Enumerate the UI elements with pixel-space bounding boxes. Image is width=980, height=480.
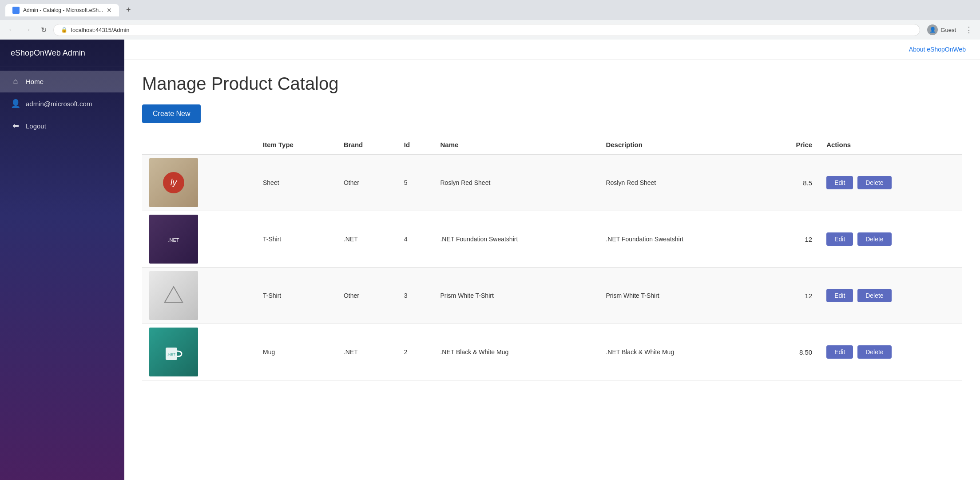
table-row: ly Sheet Other 5 Roslyn Red Sheet Roslyn…	[142, 154, 962, 211]
product-image: .NET	[149, 215, 198, 264]
product-image-cell: ly	[142, 154, 256, 211]
item-type-cell: Sheet	[256, 154, 337, 211]
svg-marker-3	[165, 287, 183, 302]
table-row: .NET Mug .NET 2 .NET Black & White Mug .…	[142, 324, 962, 380]
col-image	[142, 136, 256, 154]
description-cell: .NET Foundation Sweatshirt	[599, 211, 764, 268]
brand-cell: Other	[337, 154, 397, 211]
edit-button[interactable]: Edit	[826, 232, 853, 246]
lock-icon: 🔒	[61, 27, 67, 33]
price-cell: 8.50	[764, 324, 819, 380]
user-avatar: 👤	[927, 24, 938, 35]
product-image: .NET	[149, 328, 198, 376]
name-cell: Roslyn Red Sheet	[433, 154, 599, 211]
product-image	[149, 271, 198, 320]
page-title: Manage Product Catalog	[142, 74, 962, 94]
sidebar-nav: ⌂ Home 👤 admin@microsoft.com ⬅ Logout	[0, 67, 124, 140]
user-menu-button[interactable]: 👤 Guest	[924, 23, 960, 37]
actions-cell: Edit Delete	[819, 268, 962, 324]
sidebar-item-user-label: admin@microsoft.com	[26, 100, 92, 108]
browser-menu-button[interactable]: ⋮	[963, 23, 975, 36]
tab-close-button[interactable]: ✕	[107, 7, 112, 14]
address-text: localhost:44315/Admin	[71, 27, 130, 33]
actions-cell: Edit Delete	[819, 324, 962, 380]
main-content: About eShopOnWeb Manage Product Catalog …	[124, 40, 980, 480]
avatar-icon: 👤	[929, 27, 936, 33]
top-bar: About eShopOnWeb	[124, 40, 980, 60]
address-bar[interactable]: 🔒 localhost:44315/Admin	[53, 24, 920, 36]
col-item-type: Item Type	[256, 136, 337, 154]
tab-title: Admin - Catalog - Microsoft.eSh...	[23, 7, 103, 13]
actions-cell: Edit Delete	[819, 154, 962, 211]
col-actions: Actions	[819, 136, 962, 154]
back-icon: ←	[8, 26, 15, 34]
price-cell: 12	[764, 268, 819, 324]
actions-cell: Edit Delete	[819, 211, 962, 268]
price-cell: 12	[764, 211, 819, 268]
svg-text:.NET: .NET	[167, 352, 175, 356]
col-name: Name	[433, 136, 599, 154]
name-cell: .NET Black & White Mug	[433, 324, 599, 380]
edit-button[interactable]: Edit	[826, 289, 853, 302]
col-description: Description	[599, 136, 764, 154]
sidebar-item-user[interactable]: 👤 admin@microsoft.com	[0, 92, 124, 115]
col-brand: Brand	[337, 136, 397, 154]
product-image-cell	[142, 268, 256, 324]
svg-text:.NET: .NET	[168, 237, 179, 243]
home-icon: ⌂	[11, 77, 20, 86]
id-cell: 3	[397, 268, 433, 324]
id-cell: 4	[397, 211, 433, 268]
table-row: T-Shirt Other 3 Prism White T-Shirt Pris…	[142, 268, 962, 324]
forward-icon: →	[24, 26, 31, 34]
refresh-icon: ↻	[41, 26, 47, 34]
table-row: .NET T-Shirt .NET 4 .NET Foundation Swea…	[142, 211, 962, 268]
product-image: ly	[149, 158, 198, 207]
catalog-table: Item Type Brand Id Name Description Pric…	[142, 136, 962, 380]
delete-button[interactable]: Delete	[857, 289, 891, 302]
delete-button[interactable]: Delete	[857, 345, 891, 359]
product-image-cell: .NET	[142, 324, 256, 380]
item-type-cell: T-Shirt	[256, 211, 337, 268]
name-cell: Prism White T-Shirt	[433, 268, 599, 324]
sidebar-item-logout[interactable]: ⬅ Logout	[0, 115, 124, 137]
product-image-cell: .NET	[142, 211, 256, 268]
forward-button[interactable]: →	[21, 24, 34, 36]
description-cell: Roslyn Red Sheet	[599, 154, 764, 211]
logout-icon: ⬅	[11, 121, 20, 131]
back-button[interactable]: ←	[5, 24, 18, 36]
tab-favicon	[12, 7, 20, 14]
description-cell: Prism White T-Shirt	[599, 268, 764, 324]
name-cell: .NET Foundation Sweatshirt	[433, 211, 599, 268]
sidebar-item-home[interactable]: ⌂ Home	[0, 71, 124, 92]
delete-button[interactable]: Delete	[857, 232, 891, 246]
brand-cell: .NET	[337, 324, 397, 380]
browser-tab[interactable]: Admin - Catalog - Microsoft.eSh... ✕	[5, 4, 119, 16]
new-tab-button[interactable]: +	[123, 4, 135, 16]
price-cell: 8.5	[764, 154, 819, 211]
sidebar: eShopOnWeb Admin ⌂ Home 👤 admin@microsof…	[0, 40, 124, 480]
sidebar-item-logout-label: Logout	[26, 122, 46, 130]
delete-button[interactable]: Delete	[857, 176, 891, 189]
item-type-cell: T-Shirt	[256, 268, 337, 324]
brand-cell: Other	[337, 268, 397, 324]
id-cell: 2	[397, 324, 433, 380]
id-cell: 5	[397, 154, 433, 211]
content-area: Manage Product Catalog Create New Item T…	[124, 60, 980, 480]
item-type-cell: Mug	[256, 324, 337, 380]
brand-cell: .NET	[337, 211, 397, 268]
create-new-button[interactable]: Create New	[142, 104, 201, 123]
svg-text:ly: ly	[171, 177, 177, 187]
refresh-button[interactable]: ↻	[37, 24, 50, 36]
edit-button[interactable]: Edit	[826, 345, 853, 359]
user-label: Guest	[940, 27, 956, 33]
sidebar-item-home-label: Home	[26, 78, 44, 85]
description-cell: .NET Black & White Mug	[599, 324, 764, 380]
col-price: Price	[764, 136, 819, 154]
about-link[interactable]: About eShopOnWeb	[909, 46, 966, 53]
edit-button[interactable]: Edit	[826, 176, 853, 189]
user-icon: 👤	[11, 99, 20, 108]
sidebar-brand: eShopOnWeb Admin	[0, 40, 124, 67]
col-id: Id	[397, 136, 433, 154]
